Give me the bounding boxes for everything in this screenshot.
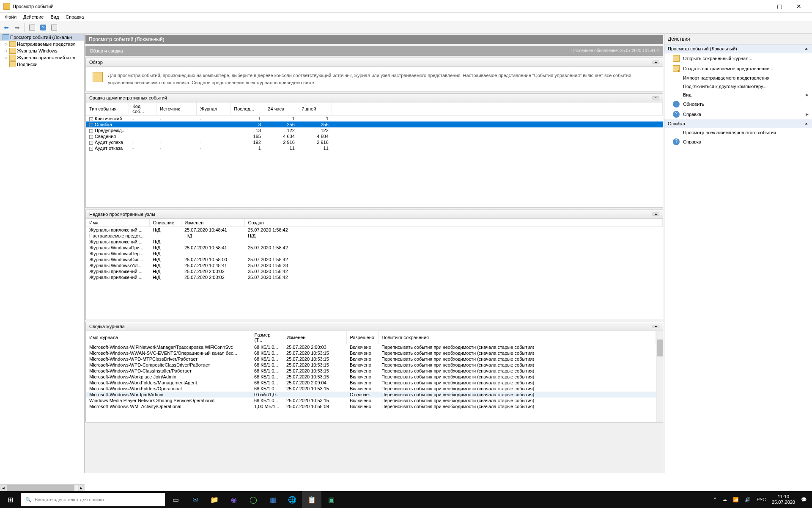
table-row[interactable]: Microsoft-Windows-WorkFolders/Operationa…: [86, 386, 656, 392]
table-row[interactable]: Microsoft-Windows-Workplace Join/Admin68…: [86, 374, 656, 380]
table-row[interactable]: Настраиваемые предст...Н/ДН/Д: [86, 233, 663, 239]
table-row[interactable]: +Ошибка---3256256: [86, 121, 663, 127]
table-row[interactable]: Microsoft-Windows-WPD-CompositeClassDriv…: [86, 362, 656, 368]
nav-back-button[interactable]: ⬅: [2, 23, 11, 32]
recent-header[interactable]: Недавно просмотренные узлы ▲: [86, 210, 663, 219]
expand-icon[interactable]: +: [89, 147, 93, 151]
actions-item[interactable]: Подключиться к другому компьютеру...: [664, 82, 812, 91]
table-row[interactable]: Microsoft-Windows-WPD-ClassInstaller/Раб…: [86, 368, 656, 374]
expand-icon[interactable]: +: [89, 123, 93, 127]
actions-item[interactable]: Просмотр всех экземпляров этого события: [664, 128, 812, 137]
column-header[interactable]: Тип события: [86, 102, 129, 116]
tray-wifi-icon[interactable]: 📶: [733, 497, 739, 502]
expand-icon[interactable]: ▷: [3, 55, 8, 60]
table-row[interactable]: Microsoft-Windows-WMI-Activity/Operation…: [86, 403, 656, 409]
tray-language[interactable]: РУС: [757, 497, 766, 502]
collapse-icon[interactable]: ▲: [804, 122, 809, 125]
table-row[interactable]: +Сведения---1654 6044 604: [86, 133, 663, 139]
taskbar-app-generic[interactable]: ▣: [321, 491, 341, 508]
column-header[interactable]: Послед...: [230, 102, 264, 116]
table-row[interactable]: Microsoft-Windows-WWAN-SVC-EVENTS/Операц…: [86, 350, 656, 356]
taskbar-app-mail[interactable]: ✉: [185, 491, 205, 508]
column-header[interactable]: Разрешено: [346, 331, 378, 344]
table-row[interactable]: +Аудит успеха---1922 9162 916: [86, 139, 663, 145]
table-row[interactable]: +Предупрежд...---13122122: [86, 127, 663, 133]
collapse-icon[interactable]: ▲: [804, 47, 809, 50]
tree-item-app-logs[interactable]: ▷ Журналы приложений и сл: [0, 54, 84, 61]
expand-icon[interactable]: +: [89, 135, 93, 139]
minimize-button[interactable]: —: [750, 0, 770, 13]
tray-chevron-icon[interactable]: ˄: [714, 497, 716, 502]
actions-item[interactable]: Открыть сохраненный журнал...: [664, 53, 812, 64]
taskbar-app-eventvwr[interactable]: 📋: [302, 491, 321, 508]
overview-header[interactable]: Обзор ▲: [86, 58, 663, 67]
table-row[interactable]: Microsoft-Windows-WiFiNetworkManager/Тра…: [86, 344, 656, 351]
tree-item-windows-logs[interactable]: ▷ Журналы Windows: [0, 47, 84, 54]
maximize-button[interactable]: ▢: [770, 0, 789, 13]
logs-vscrollbar[interactable]: [656, 331, 663, 422]
expand-icon[interactable]: +: [89, 141, 93, 145]
actions-item[interactable]: Создать настраиваемое представление...: [664, 64, 812, 74]
menu-action[interactable]: Действие: [20, 14, 47, 20]
table-row[interactable]: +Аудит отказа---11111: [86, 145, 663, 151]
column-header[interactable]: Имя: [86, 219, 149, 227]
column-header[interactable]: Код соб...: [129, 102, 156, 116]
table-row[interactable]: Microsoft-Windows-WorkFolders/Management…: [86, 380, 656, 386]
column-header[interactable]: Размер (Т...: [251, 331, 283, 344]
task-view-button[interactable]: ▭: [166, 491, 185, 508]
actions-item[interactable]: ?Справка▶: [664, 109, 812, 119]
column-header[interactable]: Описание: [149, 219, 181, 227]
collapse-icon[interactable]: ▲: [653, 325, 659, 328]
toolbar-btn-1[interactable]: [27, 23, 37, 32]
collapse-icon[interactable]: ▲: [653, 96, 659, 99]
actions-item[interactable]: ?Справка: [664, 137, 812, 147]
scroll-thumb[interactable]: [657, 340, 663, 356]
table-row[interactable]: Microsoft-Windows-WPD-MTPClassDriver/Раб…: [86, 356, 656, 362]
toolbar-btn-2[interactable]: [49, 23, 59, 32]
actions-group-error[interactable]: Ошибка ▲: [664, 119, 812, 128]
table-row[interactable]: Журналы Windows\Сис...Н/Д25.07.2020 10:5…: [86, 257, 663, 262]
tree-item-custom-views[interactable]: ▷ Настраиваемые представл: [0, 41, 84, 47]
expand-icon[interactable]: +: [89, 129, 93, 133]
expand-icon[interactable]: ▷: [3, 42, 8, 46]
expand-icon[interactable]: ▷: [3, 49, 8, 53]
column-header[interactable]: Имя журнала: [86, 331, 251, 344]
tree-root[interactable]: Просмотр событий (Локальн: [0, 34, 84, 41]
taskbar-app-word[interactable]: ▦: [263, 491, 283, 508]
summary-header[interactable]: Сводка административных событий ▲: [86, 94, 663, 102]
toolbar-help-button[interactable]: ?: [38, 23, 48, 32]
tree-item-subscriptions[interactable]: Подписки: [0, 61, 84, 68]
actions-item[interactable]: Импорт настраиваемого представления: [664, 74, 812, 82]
table-row[interactable]: Microsoft-Windows-Wordpad/Admin0 байт/1,…: [86, 392, 656, 398]
menu-help[interactable]: Справка: [62, 14, 87, 20]
nav-forward-button[interactable]: ➡: [13, 23, 22, 32]
tray-notifications-icon[interactable]: 💬: [801, 497, 807, 502]
taskbar-app-chrome[interactable]: 🌐: [283, 491, 302, 508]
menu-file[interactable]: Файл: [2, 14, 20, 20]
menu-view[interactable]: Вид: [47, 14, 62, 20]
tray-cloud-icon[interactable]: ☁: [722, 497, 727, 502]
table-row[interactable]: +Критический---111: [86, 116, 663, 122]
column-header[interactable]: Изменен: [181, 219, 244, 227]
column-header[interactable]: 24 часа: [264, 102, 298, 116]
collapse-icon[interactable]: ▲: [653, 61, 659, 64]
start-button[interactable]: ⊞: [0, 491, 20, 508]
column-header[interactable]: Изменен: [283, 331, 346, 344]
taskbar-app-explorer[interactable]: 📁: [205, 491, 224, 508]
collapse-icon[interactable]: ▲: [653, 213, 659, 215]
table-row[interactable]: Журналы приложений ...Н/Д25.07.2020 2:00…: [86, 268, 663, 274]
actions-item[interactable]: Вид▶: [664, 91, 812, 99]
table-row[interactable]: Журналы приложений ...Н/Д25.07.2020 2:00…: [86, 274, 663, 280]
table-row[interactable]: Журналы приложений ...Н/Д25.07.2020 10:4…: [86, 227, 663, 233]
table-row[interactable]: Журналы Windows\Пер...Н/Д: [86, 251, 663, 257]
taskbar-app-viber[interactable]: ◉: [224, 491, 244, 508]
actions-group-local[interactable]: Просмотр событий (Локальный) ▲: [664, 44, 812, 53]
column-header[interactable]: Создан: [244, 219, 308, 227]
taskbar-app-utorrent[interactable]: ◯: [244, 491, 263, 508]
column-header[interactable]: Источник: [156, 102, 197, 116]
table-row[interactable]: Журналы Windows\Уст...Н/Д25.07.2020 10:4…: [86, 262, 663, 268]
column-header[interactable]: Журнал: [197, 102, 230, 116]
column-header[interactable]: 7 дней: [298, 102, 332, 116]
table-row[interactable]: Windows Media Player Network Sharing Ser…: [86, 398, 656, 403]
taskbar-search[interactable]: 🔍 Введите здесь текст для поиска: [21, 493, 165, 506]
